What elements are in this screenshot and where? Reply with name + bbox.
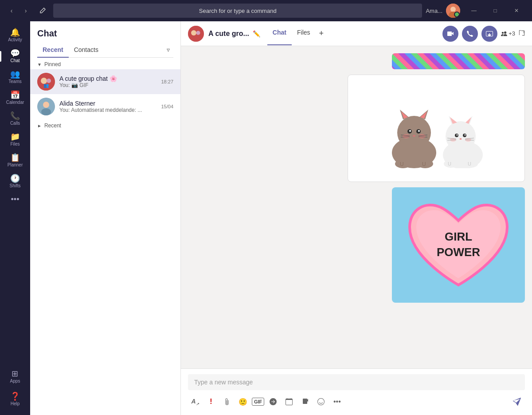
sidebar-label-shifts: Shifts xyxy=(9,183,20,188)
sidebar-label-calendar: Calendar xyxy=(6,100,24,105)
calls-icon: 📞 xyxy=(10,112,20,120)
message-striped xyxy=(188,53,525,69)
pinned-section-header[interactable]: ▼ Pinned xyxy=(30,58,180,69)
more-button[interactable]: ••• xyxy=(330,395,344,409)
svg-point-9 xyxy=(41,108,51,115)
planner-icon: 📋 xyxy=(10,154,20,162)
sticker-button[interactable] xyxy=(266,395,280,409)
minimize-button[interactable]: — xyxy=(464,4,484,18)
filter-icon[interactable]: ▿ xyxy=(163,43,173,57)
sidebar-item-calls[interactable]: 📞 Calls xyxy=(0,108,30,129)
nav-forward-button[interactable]: › xyxy=(20,4,32,17)
audio-call-button[interactable] xyxy=(462,26,478,42)
sidebar-item-planner[interactable]: 📋 Planner xyxy=(0,150,30,171)
svg-point-48 xyxy=(465,134,466,136)
format-button[interactable]: A↗ xyxy=(188,395,202,409)
chat-list-header: Chat Recent Contacts ▿ xyxy=(30,21,180,58)
video-call-button[interactable] xyxy=(442,26,458,42)
recent-section-header[interactable]: ► Recent xyxy=(30,119,180,130)
svg-text:U: U xyxy=(448,161,451,166)
popout-button[interactable] xyxy=(519,30,525,37)
content-header-actions: +3 xyxy=(442,26,525,42)
sidebar-item-activity[interactable]: 🔔 Activity xyxy=(0,25,30,46)
recent-label: Recent xyxy=(44,123,61,129)
svg-text:👥: 👥 xyxy=(43,83,49,88)
shifts-icon: 🕐 xyxy=(10,174,20,182)
sidebar-item-more[interactable]: ••• xyxy=(0,192,30,207)
search-bar[interactable]: Search for or type a command xyxy=(53,4,422,18)
content-tab-chat[interactable]: Chat xyxy=(267,22,292,45)
sidebar-label-planner: Planner xyxy=(8,162,23,167)
pinned-arrow-icon: ▼ xyxy=(37,62,42,67)
group-chat-time: 18:27 xyxy=(161,79,173,84)
message-cats-gif: U U xyxy=(188,75,525,182)
share-screen-button[interactable] xyxy=(481,26,497,42)
svg-point-27 xyxy=(418,130,420,132)
sidebar-item-chat[interactable]: 💬 Chat xyxy=(0,46,30,67)
svg-point-19 xyxy=(397,116,431,150)
cats-gif-container: U U xyxy=(348,75,525,182)
window-controls: — □ ✕ xyxy=(464,4,527,18)
chat-item-alida[interactable]: Alida Sterner You: Automatiserat meddela… xyxy=(30,94,180,119)
attach-button[interactable] xyxy=(220,395,234,409)
tab-recent[interactable]: Recent xyxy=(37,43,69,58)
group-chat-info: A cute group chat 🌸 You: 📷 GIF xyxy=(59,75,156,88)
girlpower-gif-container: GIRL POWER xyxy=(392,187,525,303)
svg-point-28 xyxy=(403,134,410,138)
striped-banner xyxy=(392,53,525,69)
nav-back-button[interactable]: ‹ xyxy=(5,4,18,17)
emoji-button[interactable]: 🙂 xyxy=(236,395,250,409)
loop-button[interactable] xyxy=(298,395,312,409)
send-button[interactable] xyxy=(509,394,525,410)
sidebar-item-calendar[interactable]: 📅 Calendar xyxy=(0,87,30,108)
message-input[interactable]: Type a new message xyxy=(188,374,525,390)
edit-icon[interactable] xyxy=(35,4,50,18)
avatar[interactable] xyxy=(446,4,460,18)
svg-point-26 xyxy=(409,130,411,132)
message-toolbar: A↗ ! 🙂 GIF xyxy=(188,394,525,410)
sidebar-bottom: ⊞ Apps ❓ Help xyxy=(10,366,20,415)
pinned-label: Pinned xyxy=(44,61,61,67)
chat-panel-title: Chat xyxy=(37,28,173,39)
content-tabs: Chat Files + xyxy=(267,22,327,45)
nav-buttons: ‹ › xyxy=(5,4,32,17)
gif-button[interactable]: GIF xyxy=(252,398,264,406)
search-placeholder: Search for or type a command xyxy=(199,8,277,14)
add-tab-icon[interactable]: + xyxy=(316,22,328,45)
priority-button[interactable]: ! xyxy=(204,395,218,409)
participants-button[interactable]: +3 xyxy=(501,30,515,37)
content-header: A cute gro... ✏️ Chat Files + xyxy=(181,21,532,46)
chat-item-group[interactable]: 👥 A cute group chat 🌸 You: 📷 GIF 18:27 xyxy=(30,69,180,94)
participants-count: +3 xyxy=(509,30,515,37)
svg-point-11 xyxy=(191,30,196,36)
sidebar-item-files[interactable]: 📁 Files xyxy=(0,129,30,150)
svg-point-29 xyxy=(419,134,426,138)
sidebar-item-help[interactable]: ❓ Help xyxy=(10,389,20,410)
header-edit-icon[interactable]: ✏️ xyxy=(253,30,260,37)
alida-chat-info: Alida Sterner You: Automatiserat meddela… xyxy=(59,100,156,113)
svg-point-12 xyxy=(196,31,200,35)
svg-rect-17 xyxy=(392,53,525,69)
group-chat-preview: You: 📷 GIF xyxy=(59,82,156,88)
sidebar-item-teams[interactable]: 👥 Teams xyxy=(0,67,30,87)
main-layout: 🔔 Activity 💬 Chat 👥 Teams 📅 Calendar 📞 C… xyxy=(0,21,532,415)
sidebar-label-activity: Activity xyxy=(8,37,22,42)
sidebar-item-apps[interactable]: ⊞ Apps xyxy=(10,366,20,387)
title-bar: ‹ › Search for or type a command Ama... … xyxy=(0,0,532,21)
praise-button[interactable] xyxy=(314,395,328,409)
tab-contacts[interactable]: Contacts xyxy=(69,43,104,58)
alida-chat-time: 15/04 xyxy=(161,104,173,109)
teams-icon: 👥 xyxy=(10,70,20,78)
sidebar-item-shifts[interactable]: 🕐 Shifts xyxy=(0,171,30,192)
help-icon: ❓ xyxy=(10,392,20,400)
user-area: Ama... xyxy=(426,4,460,18)
meeting-button[interactable] xyxy=(282,395,296,409)
group-chat-name: A cute group chat 🌸 xyxy=(59,75,156,82)
apps-icon: ⊞ xyxy=(12,370,18,378)
close-button[interactable]: ✕ xyxy=(506,4,527,18)
svg-text:U: U xyxy=(468,161,471,166)
content-header-avatar xyxy=(188,26,204,42)
maximize-button[interactable]: □ xyxy=(485,4,505,18)
content-tab-files[interactable]: Files xyxy=(292,22,316,45)
sidebar-label-help: Help xyxy=(11,401,20,406)
